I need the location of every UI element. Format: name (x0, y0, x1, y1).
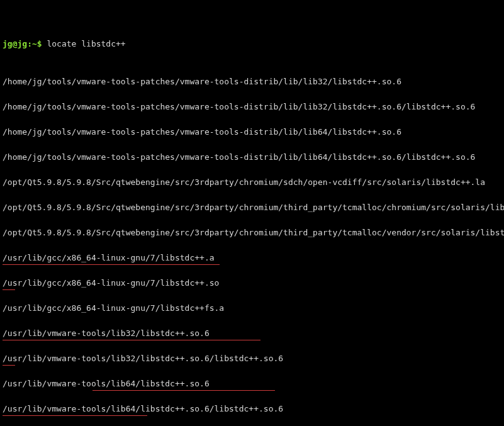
highlight-underline (3, 264, 220, 265)
output-line: /home/jg/tools/vmware-tools-patches/vmwa… (3, 101, 501, 113)
output-line: /usr/lib/vmware-tools/lib32/libstdc++.so… (3, 327, 501, 340)
terminal-output: /home/jg/tools/vmware-tools-patches/vmwa… (3, 76, 501, 426)
output-line: /home/jg/tools/vmware-tools-patches/vmwa… (3, 126, 501, 138)
output-line: /opt/Qt5.9.8/5.9.8/Src/qtwebengine/src/3… (3, 176, 501, 189)
output-line: /usr/lib/vmware-tools/lib32/libstdc++.so… (3, 352, 501, 365)
prompt-line[interactable]: jg@jg:~$ locate libstdc++ (3, 25, 501, 50)
prompt-user: jg@jg (3, 39, 27, 48)
highlight-underline (3, 289, 15, 290)
output-line: /usr/lib/gcc/x86_64-linux-gnu/7/libstdc+… (3, 302, 501, 315)
highlight-underline (3, 340, 260, 340)
output-line: /opt/Qt5.9.8/5.9.8/Src/qtwebengine/src/3… (3, 227, 501, 239)
command-text[interactable]: locate libstdc++ (47, 39, 125, 48)
highlight-underline (92, 390, 275, 391)
highlight-underline (3, 365, 15, 366)
output-line: /opt/Qt5.9.8/5.9.8/Src/qtwebengine/src/3… (3, 201, 501, 214)
output-line: /usr/lib/gcc/x86_64-linux-gnu/7/libstdc+… (3, 252, 501, 264)
output-line: /usr/lib/vmware-tools/lib64/libstdc++.so… (3, 378, 501, 390)
terminal[interactable]: jg@jg:~$ locate libstdc++ /home/jg/tools… (0, 0, 504, 426)
output-line: /home/jg/tools/vmware-tools-patches/vmwa… (3, 76, 501, 88)
output-line: /home/jg/tools/vmware-tools-patches/vmwa… (3, 151, 501, 164)
output-line: /usr/lib/vmware-tools/lib64/libstdc++.so… (3, 403, 501, 415)
output-line: /usr/lib/gcc/x86_64-linux-gnu/7/libstdc+… (3, 277, 501, 289)
highlight-underline (3, 415, 147, 416)
prompt-sep: :~$ (27, 39, 42, 48)
